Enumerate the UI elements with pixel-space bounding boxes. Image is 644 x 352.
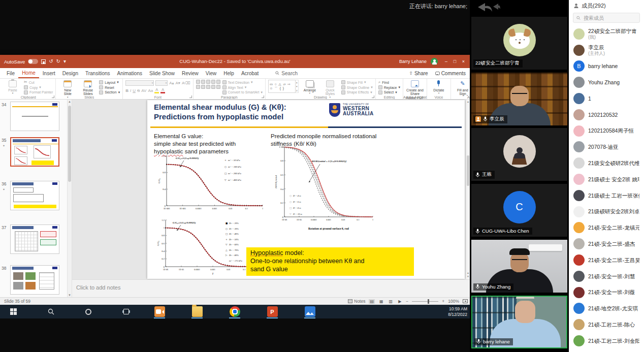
undo-icon[interactable]: ↺ — [49, 59, 53, 64]
font-name-combobox[interactable] — [125, 80, 154, 86]
italic-button[interactable]: I — [130, 88, 131, 93]
save-icon[interactable] — [41, 59, 46, 64]
ribbon-reuse-slides-button[interactable]: ReuseSlides — [79, 80, 97, 94]
next-slide-button[interactable]: ▼ — [466, 275, 470, 278]
dialog-launcher-icon[interactable] — [372, 95, 374, 98]
taskbar-app-photos[interactable] — [303, 305, 317, 318]
task-view-button[interactable] — [119, 305, 133, 318]
dialog-launcher-icon[interactable] — [189, 95, 192, 98]
notes-toggle-button[interactable]: Notes — [348, 299, 365, 304]
member-row[interactable]: 21级硕士 工岩一班张依杰 — [569, 187, 644, 204]
ribbon-text-direction-button[interactable]: Text Direction▾ — [222, 80, 263, 85]
line-spacing-button[interactable] — [216, 80, 220, 84]
member-row[interactable]: 21硕-工岩二班-陈心 — [569, 316, 644, 333]
tab-animations[interactable]: Animations — [114, 68, 146, 78]
member-row[interactable]: 李立辰(主持人) — [569, 42, 644, 58]
notes-pane[interactable]: Click to add notes — [72, 279, 470, 297]
slide-thumbnail-36[interactable]: 36✦ — [0, 181, 72, 214]
zoom-level[interactable]: 100% — [448, 299, 459, 304]
align-right-button[interactable] — [206, 85, 210, 89]
ribbon-shape-outline-button[interactable]: Shape Outline▾ — [341, 85, 373, 90]
justify-button[interactable] — [211, 85, 215, 89]
thumbnail-preview[interactable] — [10, 102, 59, 131]
taskbar-app-meeting-app[interactable] — [152, 305, 167, 318]
slide-thumbnail-35[interactable]: 35✦ — [0, 137, 72, 171]
member-row[interactable]: 1202120532 — [569, 107, 644, 123]
search-box[interactable]: Search — [275, 68, 298, 78]
tab-view[interactable]: View — [202, 68, 220, 78]
member-row[interactable]: 207078-迪亚 — [569, 139, 644, 155]
member-row[interactable]: 21硕-安全二班-盛杰 — [569, 236, 644, 252]
video-tile-youhu-zhang[interactable]: Youhu Zhang — [471, 240, 567, 293]
restore-button[interactable]: □ — [450, 59, 459, 64]
member-row[interactable]: 21级硕士 安全2班 姚瑞 — [569, 171, 644, 187]
minimize-button[interactable]: – — [442, 59, 450, 64]
ribbon-select-button[interactable]: Select▾ — [378, 90, 400, 94]
change-case-button[interactable]: Aa — [148, 88, 153, 93]
underline-button[interactable]: U — [133, 88, 136, 93]
tab-slide-show[interactable]: Slide Show — [146, 68, 178, 78]
tab-transitions[interactable]: Transitions — [82, 68, 114, 78]
ribbon-find-button[interactable]: ⌕Find — [378, 80, 400, 85]
previous-slide-button[interactable]: ▲ — [466, 271, 470, 275]
tab-home[interactable]: Home — [18, 68, 39, 78]
member-row[interactable]: 21硕-工岩二班-刘金阳 — [569, 333, 644, 349]
ribbon-shape-effects-button[interactable]: Shape Effects▾ — [341, 90, 373, 94]
member-row[interactable]: 22硕安全二班邵宁胄(我) — [569, 26, 644, 42]
ribbon-format-painter-button[interactable]: Format Painter — [24, 90, 53, 94]
ribbon-reset-button[interactable]: Reset — [99, 85, 120, 90]
member-row[interactable]: 21硕-安全二班-龙镇元 — [569, 220, 644, 236]
bold-button[interactable]: B — [125, 88, 128, 93]
ribbon-arrange-button[interactable]: Arrange▾ — [301, 80, 319, 94]
ribbon-shape-fill-button[interactable]: Shape Fill▾ — [341, 80, 373, 85]
ribbon-paste-button[interactable]: Paste▾ — [4, 80, 22, 94]
thumbnail-preview[interactable] — [10, 225, 59, 254]
member-row[interactable]: 21硕-安全一班-刘薇 — [569, 284, 644, 301]
ribbon-dictate-button[interactable]: Dictate▾ — [430, 80, 448, 94]
annotation-arrows-icon[interactable] — [474, 1, 500, 15]
ribbon-layout-button[interactable]: Layout▾ — [99, 80, 120, 85]
slide-sorter-view-button[interactable]: ▦ — [378, 299, 384, 304]
tab-file[interactable]: File — [3, 68, 18, 78]
font-size-combobox[interactable] — [155, 80, 168, 86]
slide-thumbnail-38[interactable]: 38 — [0, 265, 72, 299]
member-row[interactable]: 21级硕研安全2班刘卓 — [569, 204, 644, 220]
font-color-button[interactable]: A — [160, 88, 165, 93]
video-tile-22[interactable]: 22硕安全二班邵宁胄 — [471, 17, 567, 70]
start-button[interactable] — [6, 305, 20, 318]
autosave-toggle[interactable] — [28, 59, 38, 64]
video-tile-[interactable]: 李立辰 — [471, 73, 567, 125]
clear-formatting-button[interactable]: A⌫ — [182, 81, 190, 86]
ribbon-align-text-button[interactable]: Align Text▾ — [222, 85, 263, 90]
center-button[interactable] — [201, 85, 205, 89]
cortana-button[interactable] — [81, 305, 95, 318]
gallery-scroll[interactable]: ▴▾≡ — [296, 80, 299, 93]
member-row[interactable]: 1 — [569, 90, 644, 107]
fit-slide-to-window-button[interactable] — [463, 299, 468, 303]
normal-view-button[interactable]: ▤ — [369, 299, 375, 304]
ribbon-new-slide-button[interactable]: NewSlide▾ — [58, 80, 77, 94]
taskbar-app-file-explorer[interactable] — [190, 305, 204, 318]
tab-acrobat[interactable]: Acrobat — [238, 68, 262, 78]
tab-review[interactable]: Review — [178, 68, 202, 78]
close-button[interactable]: × — [459, 59, 468, 64]
member-row[interactable]: Bbarry lehane — [569, 58, 644, 75]
ribbon-create-and-share-adobe-pdf-button[interactable]: Create and ShareAdobe PDF — [406, 80, 424, 94]
reading-view-button[interactable]: ▥ — [388, 299, 394, 304]
member-row[interactable]: 21硕-地空2班-尤安琪 — [569, 301, 644, 317]
video-tile-barry-lehane[interactable]: barry lehane — [471, 296, 567, 348]
comments-button[interactable]: Comments — [435, 71, 466, 76]
member-row[interactable]: 1202120584周子恒 — [569, 123, 644, 139]
dialog-launcher-icon[interactable] — [52, 95, 54, 98]
columns-button[interactable] — [216, 85, 220, 89]
slide-editing-area[interactable]: Elemental shear modulus (G) & (Kθ): Pred… — [147, 100, 465, 279]
zoom-slider[interactable] — [412, 301, 438, 302]
slideshow-button[interactable]: ▶ — [397, 299, 402, 304]
redo-icon[interactable]: ↻ — [56, 59, 60, 64]
taskbar-app-chrome[interactable] — [228, 305, 242, 318]
member-search[interactable] — [573, 13, 640, 23]
ribbon-copy-button[interactable]: Copy▾ — [24, 85, 53, 90]
zoom-out-button[interactable]: − — [406, 299, 408, 304]
zoom-in-button[interactable]: + — [442, 299, 444, 304]
thumbnail-preview[interactable] — [10, 181, 59, 210]
